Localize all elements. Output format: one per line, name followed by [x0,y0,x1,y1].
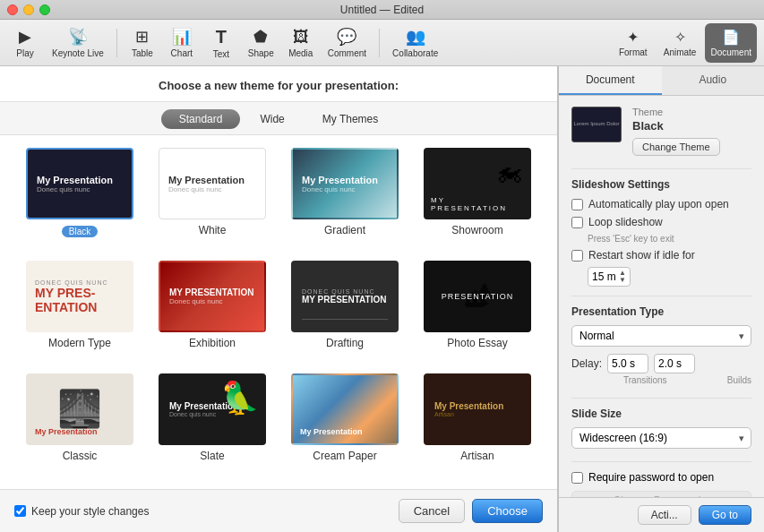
theme-black[interactable]: My Presentation Donec quis nunc Black [18,148,142,252]
keynote-live-icon: 📡 [68,27,88,47]
shape-button[interactable]: ⬟ Shape [243,23,279,63]
theme-label-classic: Classic [63,450,98,462]
divider-2 [571,296,751,296]
media-button[interactable]: 🖼 Media [283,23,319,63]
theme-thumb-classic: My Presentation [26,373,133,445]
theme-label-creampaper: Cream Paper [313,450,376,462]
window-title: Untitled — Edited [340,4,424,16]
theme-thumb-photoessay: PRESENTATION [424,261,531,332]
collaborate-icon: 👥 [406,27,425,47]
change-password-button: Change Password... [571,491,751,497]
animate-button[interactable]: ✧ Animate [658,23,702,63]
theme-white[interactable]: My Presentation Donec quis nunc White [150,148,274,252]
change-theme-button[interactable]: Change Theme [632,138,720,156]
idle-input[interactable]: 15 m ▲ ▼ [588,267,631,287]
tab-wide[interactable]: Wide [242,109,302,129]
theme-thumb-moderntype: DONEC QUIS NUNC MY PRES­ENTATION [26,261,133,332]
builds-value[interactable] [655,355,694,373]
auto-play-label: Automatically play upon open [588,198,729,210]
theme-thumb-artisan: My Presentation Artisan [424,373,531,445]
traffic-lights [7,4,50,15]
choose-button[interactable]: Choose [472,499,543,523]
loop-row: Loop slideshow [571,216,751,228]
password-row: Require password to open [571,471,751,484]
idle-value: 15 m [592,270,616,283]
password-checkbox[interactable] [571,472,583,484]
theme-tab-bar: Standard Wide My Themes [0,102,557,135]
dialog-footer: Keep your style changes Cancel Choose [0,489,557,532]
maximize-button[interactable] [39,4,50,15]
theme-thumb-drafting: DONEC QUIS NUNC MY PRESENTATION [291,261,399,332]
theme-exhibition[interactable]: MY PRESENTATION Donec quis nunc Exhibiti… [150,261,274,364]
minimize-button[interactable] [23,4,34,15]
tab-standard[interactable]: Standard [161,109,241,129]
theme-preview-thumb: Lorem Ipsum Dolor [571,107,622,142]
keep-style-label[interactable]: Keep your style changes [14,505,149,518]
theme-thumb-black: My Presentation Donec quis nunc [26,148,133,219]
tab-document[interactable]: Document [559,66,662,95]
theme-drafting[interactable]: DONEC QUIS NUNC MY PRESENTATION Drafting [283,261,407,364]
theme-photoessay[interactable]: PRESENTATION Photo Essay [416,261,539,364]
theme-thumb-gradient: My Presentation Donec quis nunc [291,148,399,219]
theme-artisan[interactable]: My Presentation Artisan Artisan [416,373,539,476]
restart-idle-checkbox[interactable] [571,250,583,262]
text-button[interactable]: T Text [203,23,239,63]
loop-label: Loop slideshow [588,216,663,228]
play-icon: ▶ [19,27,31,47]
table-button[interactable]: ⊞ Table [124,23,160,63]
cancel-button[interactable]: Cancel [399,499,465,523]
restart-idle-label: Restart show if idle for [588,249,695,262]
theme-label: Theme [632,107,751,117]
auto-play-checkbox[interactable] [571,199,583,210]
loop-checkbox[interactable] [571,217,583,228]
theme-classic[interactable]: My Presentation Classic [18,373,142,476]
keep-style-checkbox[interactable] [14,505,26,517]
chart-icon: 📊 [172,27,192,47]
theme-info: Theme Black Change Theme [632,107,751,156]
theme-moderntype[interactable]: DONEC QUIS NUNC MY PRES­ENTATION Modern … [18,261,142,364]
theme-label-photoessay: Photo Essay [447,337,507,349]
theme-label-exhibition: Exhibition [189,337,236,349]
presentation-type-title: Presentation Type [571,305,751,318]
theme-label-drafting: Drafting [326,337,364,349]
slide-size-select[interactable]: Widescreen (16:9) Standard (4:3) Custom … [571,427,751,449]
theme-label-slate: Slate [200,450,224,462]
close-button[interactable] [7,4,18,15]
table-icon: ⊞ [135,27,149,47]
transitions-value[interactable] [608,355,648,373]
tab-audio[interactable]: Audio [662,66,765,95]
collaborate-button[interactable]: 👥 Collaborate [387,23,443,63]
format-button[interactable]: ✦ Format [612,23,655,63]
auto-play-row: Automatically play upon open [571,198,751,210]
theme-label-moderntype: Modern Type [48,337,111,349]
presentation-type-section: Presentation Type Normal Self-Playing Hy… [571,305,751,385]
animate-icon: ✧ [674,29,686,46]
themes-grid: My Presentation Donec quis nunc Black My… [0,135,557,489]
chart-button[interactable]: 📊 Chart [164,23,200,63]
theme-slate[interactable]: My Presentation Donec quis nunc Slate [150,373,274,476]
play-button[interactable]: ▶ Play [7,23,43,63]
theme-creampaper[interactable]: My Presentation Cream Paper [283,373,407,476]
idle-stepper[interactable]: ▲ ▼ [619,270,626,284]
text-icon: T [216,27,227,47]
document-icon: 📄 [722,29,740,46]
theme-gradient[interactable]: My Presentation Donec quis nunc Gradient [283,148,407,252]
theme-showroom[interactable]: MY PRESENTATION Showroom [416,148,539,252]
idle-row: 15 m ▲ ▼ [588,267,751,287]
comment-button[interactable]: 💬 Comment [322,23,372,63]
go-to-button[interactable]: Go to [699,505,751,525]
activity-button[interactable]: Acti... [638,505,691,525]
builds-input[interactable] [654,354,695,373]
theme-thumb-slate: My Presentation Donec quis nunc [159,373,266,445]
stepper-down-icon[interactable]: ▼ [619,277,626,284]
builds-label: Builds [727,375,751,385]
dialog-title: Choose a new theme for your presentation… [159,79,399,92]
keynote-live-button[interactable]: 📡 Keynote Live [47,23,109,63]
theme-dialog: Choose a new theme for your presentation… [0,66,558,532]
presentation-type-select[interactable]: Normal Self-Playing Hyperlinks Only [571,325,751,347]
document-button[interactable]: 📄 Document [705,23,757,63]
theme-thumb-showroom: MY PRESENTATION [424,148,531,219]
theme-label-artisan: Artisan [460,450,494,462]
tab-my-themes[interactable]: My Themes [305,109,396,129]
transitions-input[interactable] [607,354,648,373]
